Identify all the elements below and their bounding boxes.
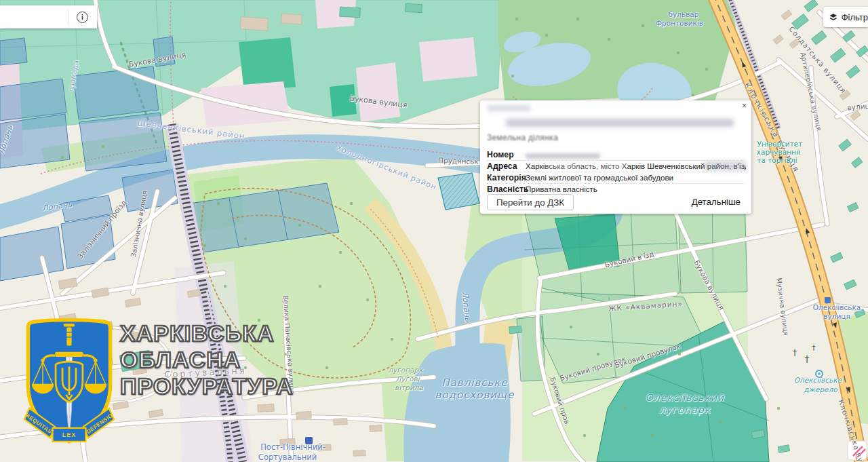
filter-button[interactable]: Фільтр <box>823 7 868 27</box>
map-container: Букова вулицяБукова вулицявулицПрудянськ… <box>0 0 868 462</box>
row-label: Номер <box>487 150 526 159</box>
map-badge <box>848 441 867 460</box>
redacted-number-value <box>526 153 600 159</box>
search-box: і <box>0 5 97 28</box>
row-value: Землі житлової та громадської забудови <box>526 173 673 182</box>
details-button[interactable]: Детальніше <box>692 197 741 207</box>
blur-smudge <box>704 161 746 170</box>
row-value: Приватна власність <box>526 185 597 193</box>
spring-icon <box>816 370 823 377</box>
popup-row-ownership: Власність Приватна власність <box>487 183 746 195</box>
redacted-parcel-number <box>506 119 734 127</box>
blur-smudge <box>545 161 626 170</box>
row-label: Категорія <box>487 173 526 182</box>
close-icon[interactable]: × <box>742 102 747 110</box>
bus-stop-icon <box>825 297 831 303</box>
map-canvas[interactable] <box>0 0 868 462</box>
row-label: Власність <box>487 185 526 194</box>
search-input[interactable] <box>5 8 68 26</box>
filter-icon <box>829 13 837 22</box>
divider <box>68 9 68 24</box>
go-to-dzk-button[interactable]: Перейти до ДЗК <box>487 194 574 210</box>
railway-station-icon <box>305 437 313 444</box>
redacted-text <box>487 105 530 111</box>
parcel-type-label: Земельна ділянка <box>487 133 558 142</box>
parcel-info-popup: × Земельна ділянка Номер Адреса Харківсь… <box>480 100 751 214</box>
popup-row-category: Категорія Землі житлової та громадської … <box>487 172 746 183</box>
filter-button-label: Фільтр <box>842 12 868 22</box>
selected-parcel[interactable] <box>438 173 479 210</box>
row-label: Адреса <box>487 161 526 171</box>
info-icon[interactable]: і <box>77 12 88 23</box>
